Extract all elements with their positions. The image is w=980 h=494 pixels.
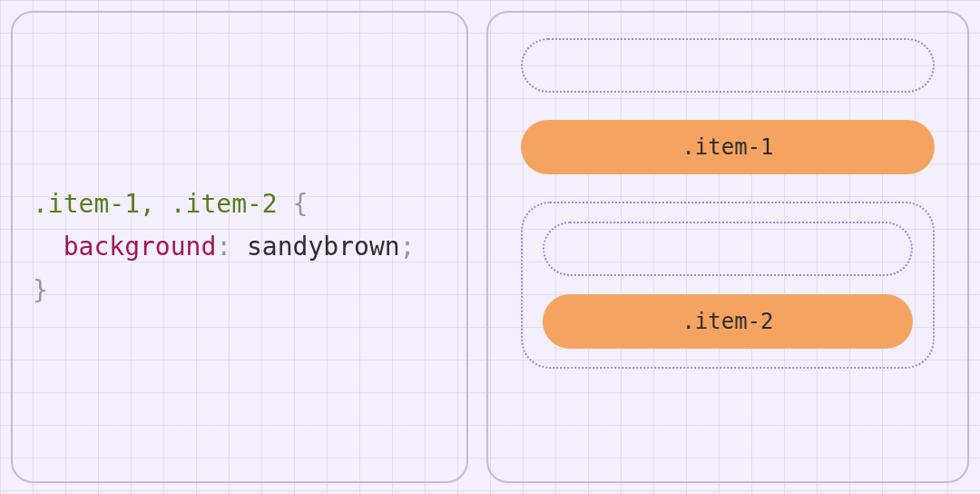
colon: :: [216, 232, 231, 262]
item-1-label: .item-1: [681, 134, 773, 160]
inner-container: .item-2: [521, 202, 935, 369]
css-value: sandybrown: [247, 232, 400, 262]
item-2-pill: .item-2: [543, 294, 913, 349]
brace-open: {: [293, 189, 309, 219]
code-panel: .item-1, .item-2 { background: sandybrow…: [11, 11, 468, 483]
css-selector: .item-1, .item-2: [33, 189, 278, 219]
brace-close: }: [33, 275, 48, 305]
css-code-block: .item-1, .item-2 { background: sandybrow…: [33, 183, 446, 312]
item-1-pill: .item-1: [521, 120, 935, 174]
semicolon: ;: [400, 232, 416, 262]
css-property: background: [64, 232, 217, 262]
demo-panel: .item-1 .item-2: [486, 11, 969, 483]
ghost-item-top: [521, 38, 935, 93]
ghost-item-inner: [543, 222, 913, 276]
item-2-label: .item-2: [681, 309, 773, 334]
